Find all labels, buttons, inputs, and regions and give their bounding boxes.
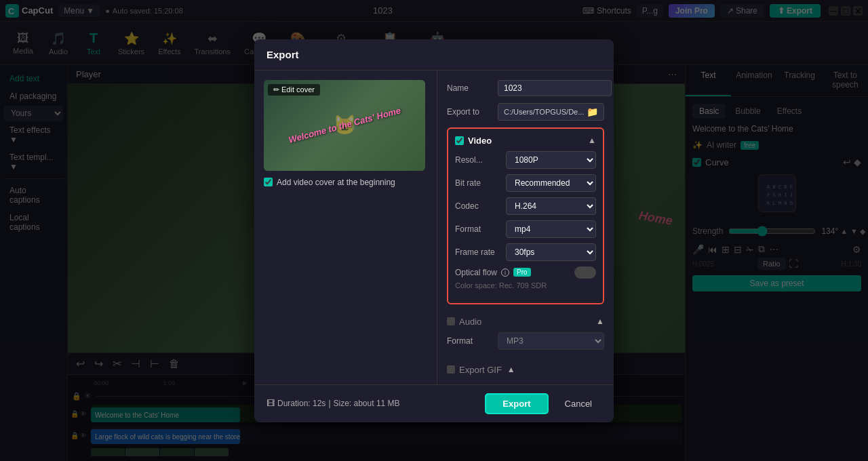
modal-body: 🐱 Welcome to the Cats' Home ✏ Edit cover… [254,71,614,384]
footer-info: 🎞 Duration: 12s | Size: about 11 MB [267,399,478,408]
codec-label: Codec [455,201,506,211]
audio-section-header[interactable]: Audio ▲ [447,317,604,327]
video-checkbox[interactable] [455,136,464,145]
name-input[interactable] [498,80,612,96]
info-icon: i [501,268,509,277]
export-to-label: Export to [447,107,498,117]
format-row: Format mp4 mov avi [455,220,596,238]
name-row: Name [447,80,604,96]
edit-cover-button[interactable]: ✏ Edit cover [268,84,320,96]
audio-format-select[interactable]: MP3 AAC WAV [498,332,604,350]
audio-chevron-icon: ▲ [596,317,604,326]
export-gif-row: Export GIF ▲ [447,365,604,375]
gif-chevron-icon: ▲ [507,365,515,374]
video-section-header[interactable]: Video ▲ [455,136,596,146]
optical-flow-label: Optical flow i Pro [455,268,574,277]
bitrate-row: Bit rate Recommended Low Medium High [455,174,596,192]
video-section: Video ▲ Resol... 1080P 720P 2K 4K Bit [447,127,604,304]
codec-row: Codec H.264 H.265 ProRes [455,197,596,215]
audio-section-title: Audio [459,317,592,327]
framerate-label: Frame rate [455,247,506,257]
export-path-display[interactable]: C:/Users/TOPGUS/De... 📁 [498,103,604,121]
resolution-select[interactable]: 1080P 720P 2K 4K [506,151,596,169]
video-thumbnail: 🐱 Welcome to the Cats' Home ✏ Edit cover [264,80,425,171]
audio-format-row: Format MP3 AAC WAV [447,332,604,350]
folder-icon[interactable]: 📁 [587,106,598,117]
codec-select[interactable]: H.264 H.265 ProRes [506,197,596,215]
gif-label: Export GIF [459,365,502,375]
export-modal: Export 🐱 Welcome to the Cats' Home ✏ Edi… [254,39,614,422]
color-space-label: Color space: Rec. 709 SDR [455,281,596,289]
film-icon: 🎞 [267,399,275,408]
cancel-button[interactable]: Cancel [555,395,601,413]
framerate-select[interactable]: 30fps 24fps 25fps 60fps [506,243,596,261]
name-label: Name [447,83,498,93]
audio-section: Audio ▲ Format MP3 AAC WAV [447,311,604,359]
optical-flow-toggle[interactable] [574,266,596,279]
modal-left: 🐱 Welcome to the Cats' Home ✏ Edit cover… [254,71,437,384]
audio-format-label: Format [447,336,498,346]
optical-flow-row: Optical flow i Pro [455,266,596,279]
video-section-title: Video [468,136,584,146]
modal-footer: 🎞 Duration: 12s | Size: about 11 MB Expo… [254,384,614,422]
format-label: Format [455,224,506,234]
export-confirm-button[interactable]: Export [485,393,548,414]
modal-right: Name Export to C:/Users/TOPGUS/De... 📁 V… [437,71,614,384]
bitrate-select[interactable]: Recommended Low Medium High [506,174,596,192]
add-cover-checkbox[interactable] [264,178,273,186]
audio-checkbox[interactable] [447,317,455,325]
bitrate-label: Bit rate [455,178,506,188]
modal-overlay: Export 🐱 Welcome to the Cats' Home ✏ Edi… [0,0,868,461]
resolution-label: Resol... [455,155,506,165]
thumb-overlay-text: Welcome to the Cats' Home [288,105,402,145]
framerate-row: Frame rate 30fps 24fps 25fps 60fps [455,243,596,261]
video-chevron-icon: ▲ [588,136,596,145]
export-to-row: Export to C:/Users/TOPGUS/De... 📁 [447,103,604,121]
gif-checkbox[interactable] [447,365,455,374]
pro-badge: Pro [513,268,531,277]
resolution-row: Resol... 1080P 720P 2K 4K [455,151,596,169]
modal-header: Export [254,39,614,71]
add-cover-row: Add video cover at the beginning [264,178,427,187]
format-select[interactable]: mp4 mov avi [506,220,596,238]
